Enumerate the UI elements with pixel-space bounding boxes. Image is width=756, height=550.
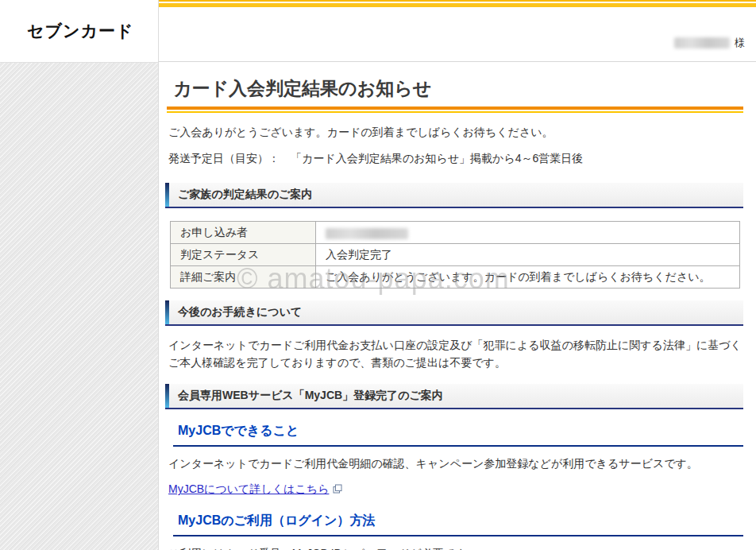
- user-name-line: 様: [674, 36, 745, 50]
- row-label: お申し込み者: [171, 222, 316, 244]
- page-header: 様: [159, 7, 756, 62]
- myjcb-link-line: MyJCBについて詳しくはこちら: [168, 481, 743, 499]
- user-honorific: 様: [735, 37, 745, 48]
- table-row: お申し込み者: [171, 222, 740, 244]
- page-title: カード入会判定結果のお知らせ: [173, 76, 743, 101]
- myjcb-login-body: ご利用にはカード番号・MyJCB IDとパスワードが必要です。: [168, 545, 743, 550]
- row-label: 判定ステータス: [171, 244, 316, 266]
- myjcb-details-link[interactable]: MyJCBについて詳しくはこちら: [168, 482, 329, 495]
- masked-user-name: [674, 37, 730, 48]
- left-sidebar: セブンカード: [0, 0, 159, 550]
- next-steps-body: インターネットでカードご利用代金お支払い口座の設定及び「犯罪による収益の移転防止…: [168, 337, 743, 371]
- sidebar-background: [0, 63, 158, 550]
- table-row: 判定ステータス 入会判定完了: [171, 244, 740, 266]
- logo-area: セブンカード: [0, 0, 158, 63]
- content: カード入会判定結果のお知らせ ご入会ありがとうございます。カードの到着までしばら…: [159, 76, 756, 550]
- seven-card-logo[interactable]: セブンカード: [27, 20, 133, 42]
- external-link-icon: [333, 482, 342, 499]
- top-accent-bar: [159, 0, 756, 7]
- main-area: 様 カード入会判定結果のお知らせ ご入会ありがとうございます。カードの到着までし…: [159, 0, 756, 550]
- row-value: ご入会ありがとうございます。カードの到着までしばらくお待ちください。: [316, 266, 740, 289]
- table-row: 詳細ご案内 ご入会ありがとうございます。カードの到着までしばらくお待ちください。: [171, 266, 740, 289]
- section-myjcb-heading: 会員専用WEBサービス「MyJCB」登録完了のご案内: [165, 384, 743, 409]
- row-label: 詳細ご案内: [171, 266, 316, 289]
- intro-line-2: 発送予定日（目安）： 「カード入会判定結果のお知らせ」掲載から4～6営業日後: [168, 150, 743, 168]
- myjcb-features-heading: MyJCBでできること: [173, 420, 743, 447]
- section-next-steps-heading: 今後のお手続きについて: [165, 300, 743, 326]
- intro-line-1: ご入会ありがとうございます。カードの到着までしばらくお待ちください。: [168, 124, 743, 141]
- section-family-result-heading: ご家族の判定結果のご案内: [165, 183, 743, 208]
- row-value-masked: [316, 222, 740, 244]
- title-underline: [167, 107, 743, 113]
- masked-applicant-name: [326, 228, 408, 239]
- myjcb-login-heading: MyJCBのご利用（ログイン）方法: [173, 509, 743, 536]
- myjcb-features-body: インターネットでカードご利用代金明細の確認、キャンペーン参加登録などが利用できる…: [168, 455, 743, 473]
- row-value: 入会判定完了: [316, 244, 740, 266]
- family-result-table: お申し込み者 判定ステータス 入会判定完了 詳細ご案内 ご入会ありがとうございま…: [170, 221, 740, 289]
